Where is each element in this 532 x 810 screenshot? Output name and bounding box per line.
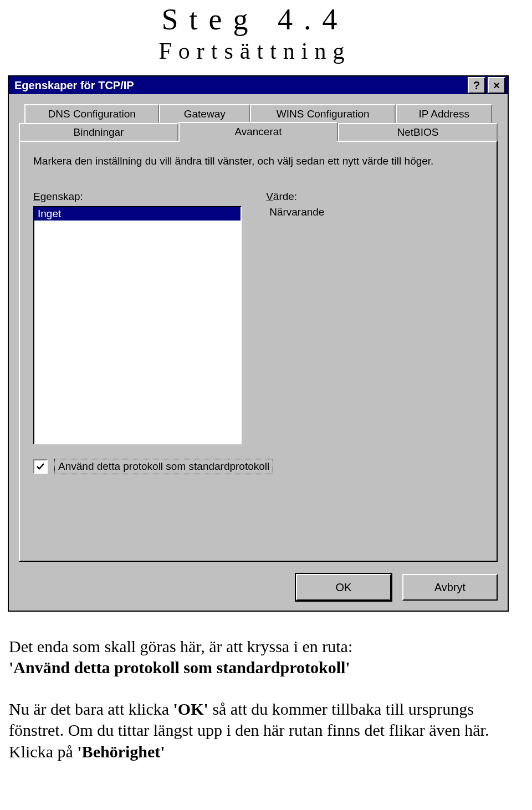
label-varde: Värde:	[266, 191, 483, 203]
help-button[interactable]: ?	[468, 77, 485, 94]
col-varde: Värde: Närvarande	[266, 191, 483, 444]
tab-gateway[interactable]: Gateway	[159, 104, 250, 123]
ok-button[interactable]: OK	[296, 574, 391, 601]
close-icon: ×	[493, 80, 500, 91]
standardprotokoll-checkbox[interactable]	[33, 459, 48, 474]
tab-panel: Markera den inställning du vill ändra ti…	[19, 141, 498, 562]
page-title: Steg 4.4	[0, 0, 510, 37]
list-item-inget[interactable]: Inget	[34, 207, 241, 221]
col-egenskap: Egenskap: Inget	[33, 191, 242, 444]
label-egenskap: Egenskap:	[33, 191, 242, 203]
columns: Egenskap: Inget Värde: Närvarande	[33, 191, 483, 444]
dialog-buttons: OK Avbryt	[19, 574, 498, 601]
titlebar: Egenskaper för TCP/IP ? ×	[9, 76, 508, 94]
dialog-screenshot: Egenskaper för TCP/IP ? × DNS Configurat…	[8, 75, 509, 612]
value-text: Närvarande	[266, 206, 483, 218]
tab-row-front: Bindningar Avancerat NetBIOS	[19, 122, 498, 141]
page-heading: Steg 4.4 Fortsättning	[0, 0, 532, 64]
body-text: Det enda som skall göras här, är att kry…	[0, 612, 532, 762]
tab-bindningar[interactable]: Bindningar	[19, 123, 178, 141]
page-subtitle: Fortsättning	[0, 38, 510, 64]
close-button[interactable]: ×	[488, 77, 505, 94]
paragraph-1: Det enda som skall göras här, är att kry…	[9, 636, 516, 679]
tab-strip: DNS Configuration Gateway WINS Configura…	[19, 104, 498, 142]
cancel-button[interactable]: Avbryt	[402, 574, 498, 601]
checkbox-row: Använd detta protokoll som standardproto…	[33, 459, 483, 474]
tab-wins[interactable]: WINS Configuration	[250, 104, 396, 123]
tab-netbios[interactable]: NetBIOS	[338, 123, 498, 141]
window-title: Egenskaper för TCP/IP	[11, 79, 466, 92]
window-frame: Egenskaper för TCP/IP ? × DNS Configurat…	[8, 75, 509, 612]
tab-avancerat[interactable]: Avancerat	[178, 122, 338, 141]
egenskap-listbox[interactable]: Inget	[33, 206, 242, 444]
paragraph-2: Nu är det bara att klicka 'OK' så att du…	[9, 699, 516, 762]
check-icon	[36, 462, 45, 471]
help-icon: ?	[473, 80, 480, 91]
panel-instruction: Markera den inställning du vill ändra ti…	[33, 154, 483, 168]
tab-dns[interactable]: DNS Configuration	[24, 104, 159, 123]
window-client: DNS Configuration Gateway WINS Configura…	[9, 94, 508, 611]
checkbox-label[interactable]: Använd detta protokoll som standardproto…	[54, 459, 273, 474]
tab-ip[interactable]: IP Address	[396, 104, 492, 123]
tab-row-back: DNS Configuration Gateway WINS Configura…	[19, 104, 498, 123]
